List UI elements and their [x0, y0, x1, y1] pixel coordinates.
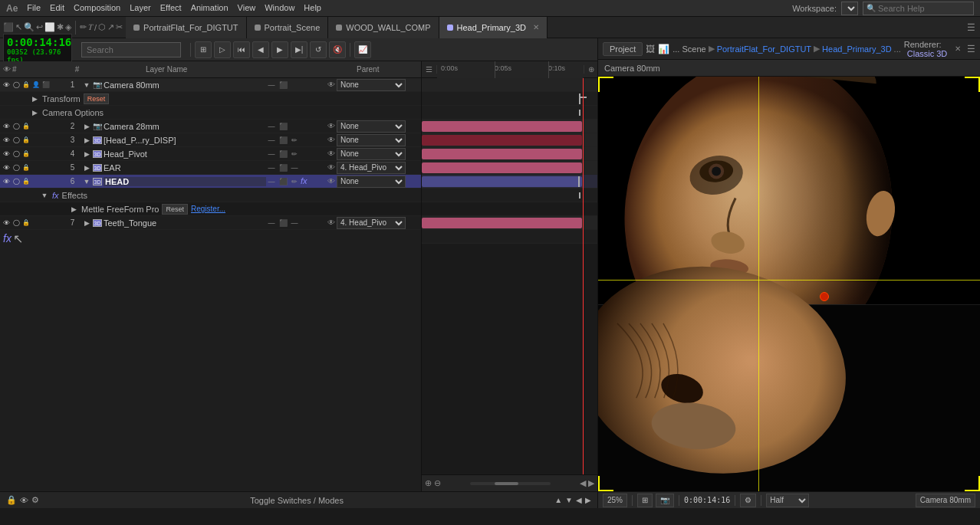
toolbar-icon-5[interactable]: ⬜	[44, 22, 55, 32]
render-button[interactable]: ▷	[214, 41, 231, 58]
eye-icon-7[interactable]: 👁	[2, 218, 11, 228]
bottom-icon-2[interactable]: 👁	[20, 496, 28, 505]
switch-1b[interactable]: ⬛	[278, 80, 288, 90]
solo-icon-6[interactable]: ◯	[12, 177, 21, 186]
switch-3a[interactable]: —	[266, 135, 277, 146]
switch-3b[interactable]: ⬛	[278, 135, 288, 146]
tl-bottom-btn-2[interactable]: ⊖	[434, 478, 441, 488]
nav-btn-4[interactable]: ▶	[585, 496, 591, 504]
switch-3c[interactable]: ✏	[289, 135, 300, 146]
menu-animation[interactable]: Animation	[191, 3, 229, 14]
fx-pointer-icon[interactable]: fx	[3, 232, 12, 244]
toolbar-icon-10[interactable]: /	[94, 23, 97, 32]
parent-select-5[interactable]: 4. Head_Pivo	[337, 162, 406, 174]
right-panel-options-icon[interactable]: ☰	[967, 44, 975, 54]
mute-button[interactable]: 🔇	[329, 41, 346, 58]
expand-7[interactable]: ▶	[82, 219, 91, 227]
eye-icon-5[interactable]: 👁	[2, 163, 11, 172]
eye-icon-3[interactable]: 👁	[2, 136, 11, 145]
toolbar-icon-12[interactable]: ↗	[107, 22, 114, 32]
lock-icon-4[interactable]: 🔒	[21, 149, 31, 159]
layer-row-4[interactable]: 👁 ◯ 🔒 4 ▶ 3D Head_Pivot — ⬛	[0, 147, 421, 161]
tab-head-primary[interactable]: Head_Primary_3D ✕	[439, 17, 548, 38]
menu-item-ae-logo[interactable]: Ae	[6, 3, 18, 14]
fit-to-screen-button[interactable]: ⊞	[637, 494, 653, 507]
layer-row-1[interactable]: 👁 ◯ 🔒 👤 ⬛ 1 ▼ 📷 Camera 80mm — ⬛	[0, 78, 421, 92]
reset-transform-button[interactable]: Reset	[84, 94, 110, 104]
play-button[interactable]: ▶	[271, 41, 288, 58]
menu-file[interactable]: File	[27, 3, 41, 14]
rh-icon-1[interactable]: 🖼	[646, 44, 655, 54]
solo-icon-2[interactable]: ◯	[12, 122, 21, 131]
switch-4a[interactable]: —	[266, 149, 277, 159]
parent-select-6[interactable]: None	[337, 176, 406, 188]
view-label-button[interactable]: Camera 80mm	[916, 494, 975, 507]
menu-composition[interactable]: Composition	[74, 3, 120, 14]
layer-row-7[interactable]: 👁 ◯ 🔒 7 ▶ 3D Teeth_Tongue — ⬛	[0, 216, 421, 230]
solo-icon-4[interactable]: ◯	[12, 149, 21, 159]
toolbar-icon-1[interactable]: ⬛	[3, 22, 14, 32]
tl-nav-left[interactable]: ◀	[580, 478, 586, 488]
toolbar-icon-11[interactable]: ⬡	[98, 22, 106, 32]
parent-select-7[interactable]: 4. Head_Pivo	[337, 217, 406, 229]
breadcrumb-comp1[interactable]: PortraitFlat_For_DIGTUT	[717, 44, 811, 54]
lock-icon-3[interactable]: 🔒	[21, 136, 31, 145]
parent-select-3[interactable]: None	[337, 134, 406, 146]
workspace-select[interactable]: Minimal	[841, 2, 858, 15]
switch-5c[interactable]: —	[289, 162, 300, 173]
menu-help[interactable]: Help	[304, 3, 321, 14]
toolbar-icon-9[interactable]: 𝑇	[88, 22, 93, 32]
expand-1[interactable]: ▼	[82, 81, 91, 89]
solo-icon-3[interactable]: ◯	[12, 136, 21, 145]
layer-row-5[interactable]: 👁 ◯ 🔒 5 ▶ 3D EAR — ⬛ —	[0, 161, 421, 175]
toolbar-icon-2[interactable]: ↖	[15, 22, 22, 32]
close-right-panel-button[interactable]: ✕	[955, 44, 961, 53]
toolbar-icon-13[interactable]: ✂	[116, 22, 123, 32]
register-plugin-link[interactable]: Register...	[191, 205, 225, 213]
expand-2[interactable]: ▶	[82, 123, 91, 130]
tl-bottom-btn-1[interactable]: ⊕	[425, 478, 432, 488]
expand-effects[interactable]: ▼	[40, 192, 49, 199]
switch-4b[interactable]: ⬛	[278, 149, 288, 159]
tab-portrait-flat[interactable]: PortraitFlat_For_DIGTUT	[126, 17, 246, 38]
loop-button[interactable]: ↺	[310, 41, 327, 58]
eye-icon-4[interactable]: 👁	[2, 149, 11, 159]
step-back-button[interactable]: ◀	[252, 41, 269, 58]
preview-button[interactable]: ⏮	[233, 41, 250, 58]
solo-icon-1[interactable]: ◯	[12, 80, 21, 90]
graph-editor-button[interactable]: 📈	[354, 41, 371, 58]
search-help-input[interactable]	[878, 4, 970, 13]
menu-window[interactable]: Window	[265, 3, 294, 14]
expand-plugin[interactable]: ▶	[69, 205, 78, 213]
parent-select-2[interactable]: None	[337, 120, 406, 133]
lock-icon-6[interactable]: 🔒	[21, 177, 31, 186]
switch-7c[interactable]: —	[289, 218, 300, 228]
solo-icon-5[interactable]: ◯	[12, 163, 21, 172]
comp-viewer[interactable]	[598, 77, 980, 491]
timeline-zoom-icon[interactable]: ⊕	[588, 65, 594, 74]
toolbar-icon-6[interactable]: ✱	[57, 22, 64, 32]
nav-btn-1[interactable]: ▲	[554, 496, 562, 504]
menu-view[interactable]: View	[238, 3, 256, 14]
tl-nav-right[interactable]: ▶	[588, 478, 594, 488]
comp-options-icon[interactable]: ☰	[967, 22, 975, 33]
switch-2a[interactable]: —	[266, 121, 277, 132]
layer-search-input[interactable]	[81, 42, 181, 57]
toggle-switches-label[interactable]: Toggle Switches / Modes	[250, 496, 344, 505]
breadcrumb-more[interactable]: ...	[894, 44, 901, 54]
solo-icon-7[interactable]: ◯	[12, 218, 21, 228]
step-fwd-button[interactable]: ▶|	[291, 41, 307, 58]
switch-7b[interactable]: ⬛	[278, 218, 288, 228]
eye-icon-1[interactable]: 👁	[2, 80, 11, 90]
eye-icon-2[interactable]: 👁	[2, 122, 11, 131]
project-tab[interactable]: Project	[603, 42, 643, 56]
menu-layer[interactable]: Layer	[130, 3, 151, 14]
layer-row-3[interactable]: 👁 ◯ 🔒 3 ▶ 3D [Head_P...ry_DISP] — ⬛	[0, 133, 421, 147]
switch-6c[interactable]: ✏	[289, 176, 300, 187]
lock-icon-2[interactable]: 🔒	[21, 122, 31, 131]
lock-icon-5[interactable]: 🔒	[21, 163, 31, 172]
switch-7a[interactable]: —	[266, 218, 277, 228]
layer-row-2[interactable]: 👁 ◯ 🔒 2 ▶ 📷 Camera 28mm — ⬛	[0, 120, 421, 133]
menu-effect[interactable]: Effect	[160, 3, 182, 14]
expand-3[interactable]: ▶	[82, 136, 91, 144]
